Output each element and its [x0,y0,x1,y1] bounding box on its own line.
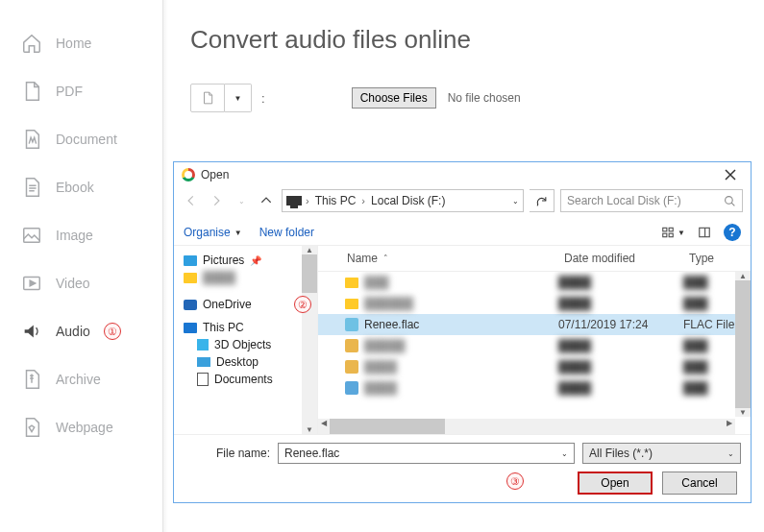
tree-item-pictures[interactable]: Pictures📌 [184,252,313,269]
file-type-filter[interactable]: All Files (*.*)⌄ [582,443,741,464]
history-dropdown[interactable]: ⌄ [232,191,251,210]
file-icon-button[interactable] [190,84,225,112]
file-icon [345,339,358,352]
chevron-down-icon: ▼ [234,229,242,237]
choose-files-button[interactable]: Choose Files [352,87,436,109]
sidebar-item-webpage[interactable]: Webpage [0,403,162,451]
sidebar-item-label: Archive [56,372,101,387]
file-list: Name˄ Date modified Type ██████████ ████… [318,246,751,434]
page-title: Convert audio files online [190,25,737,55]
help-button[interactable]: ? [724,224,741,241]
chevron-down-icon: ⌄ [561,449,568,458]
documents-icon [197,373,209,386]
chevron-down-icon: ⌄ [727,449,734,458]
forward-button[interactable] [207,191,226,210]
audio-file-icon [345,318,358,331]
file-open-dialog: Open ⌄ › This PC › Local Disk (F:) ⌄ Sea… [173,161,752,503]
tree-scrollbar[interactable]: ▲▼ [302,246,317,434]
file-row[interactable]: ███████████ [318,356,751,377]
sidebar-item-label: Ebook [56,180,94,195]
sidebar-item-image[interactable]: Image [0,211,162,259]
pictures-icon [184,255,197,266]
close-button[interactable] [718,166,743,183]
dialog-address-bar: ⌄ › This PC › Local Disk (F:) ⌄ Search L… [174,187,751,220]
sidebar-item-archive[interactable]: Archive [0,355,162,403]
folder-tree: Pictures📌 ████ OneDrive This PC 3D Objec… [174,246,318,434]
column-date[interactable]: Date modified [558,246,683,271]
onedrive-icon [184,300,197,310]
video-icon [21,273,42,294]
sidebar-item-label: PDF [56,84,83,99]
dialog-toolbar: Organise ▼ New folder ▼ ? [174,220,751,246]
dialog-titlebar: Open [174,162,751,187]
cancel-button[interactable]: Cancel [662,472,737,495]
sidebar-item-pdf[interactable]: PDF [0,67,162,115]
uploader-row: ▼ : Choose Files No file chosen [190,84,737,112]
document-icon [21,129,42,150]
search-input[interactable]: Search Local Disk (F:) [560,189,743,212]
tree-item-this-pc[interactable]: This PC [184,319,313,336]
archive-icon [21,369,42,390]
file-row[interactable]: ██████████ [318,272,751,293]
dialog-title: Open [201,168,229,181]
sidebar-item-home[interactable]: Home [0,19,162,67]
home-icon [21,33,42,54]
tree-item[interactable]: ████ [184,269,313,286]
folder-icon [184,273,197,283]
up-button[interactable] [257,191,276,210]
back-button[interactable] [182,191,201,210]
chevron-right-icon: › [359,195,367,206]
preview-pane-button[interactable] [697,226,712,239]
search-placeholder: Search Local Disk (F:) [567,194,681,207]
column-name[interactable]: Name˄ [318,246,558,271]
dropdown-toggle[interactable]: ▼ [225,84,252,112]
breadcrumb-segment[interactable]: Local Disk (F:) [369,194,447,207]
no-file-chosen-text: No file chosen [448,91,521,105]
file-list-hscrollbar[interactable]: ◀▶ [318,419,735,434]
sidebar-item-label: Webpage [56,420,113,435]
audio-icon [21,321,42,342]
chevron-down-icon[interactable]: ⌄ [512,197,519,206]
view-mode-button[interactable]: ▼ [660,226,685,239]
sidebar-item-audio[interactable]: Audio ① [0,307,162,355]
annotation-marker-2: ② [294,296,311,313]
file-row[interactable]: ███████████ [318,377,751,399]
svg-rect-3 [663,228,667,231]
file-name-input[interactable]: Renee.flac⌄ [278,443,575,464]
search-icon [724,195,736,207]
sidebar: Home PDF Document Ebook Image Video Audi… [0,0,163,532]
sidebar-item-label: Video [56,276,90,291]
file-row[interactable]: ████████████ [318,335,751,356]
svg-rect-0 [24,229,40,243]
tree-item-documents[interactable]: Documents [184,371,313,388]
annotation-marker-1: ① [104,323,121,340]
svg-point-2 [726,196,733,204]
file-name: Renee.flac [364,318,419,331]
annotation-marker-3: ③ [506,472,524,490]
chevron-right-icon: › [304,195,311,206]
sidebar-item-document[interactable]: Document [0,115,162,163]
file-row[interactable]: █████████████ [318,293,751,314]
sidebar-item-ebook[interactable]: Ebook [0,163,162,211]
breadcrumb-segment[interactable]: This PC [313,194,358,207]
breadcrumb-bar[interactable]: › This PC › Local Disk (F:) ⌄ [282,189,524,212]
file-list-vscrollbar[interactable]: ▲▼ [735,272,751,417]
column-type[interactable]: Type [683,246,751,271]
cube-icon [197,339,209,351]
sidebar-item-label: Home [56,36,91,51]
file-date: 07/11/2019 17:24 [558,318,683,331]
folder-icon [345,299,358,309]
sidebar-item-video[interactable]: Video [0,259,162,307]
thispc-icon [184,323,197,333]
chrome-icon [182,168,195,181]
svg-rect-6 [669,233,673,237]
file-row-selected[interactable]: Renee.flac07/11/2019 17:24FLAC File [318,314,751,335]
organise-menu[interactable]: Organise ▼ [184,226,242,239]
tree-item-desktop[interactable]: Desktop [184,353,313,371]
new-folder-button[interactable]: New folder [259,226,314,239]
file-icon [345,360,358,374]
tree-item-3d-objects[interactable]: 3D Objects [184,336,313,353]
refresh-button[interactable] [530,189,555,212]
open-button[interactable]: Open [578,472,653,495]
image-icon [21,225,42,246]
